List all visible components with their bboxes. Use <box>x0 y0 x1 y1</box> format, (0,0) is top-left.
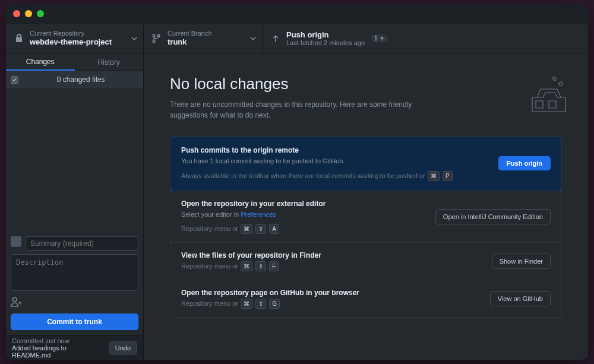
github-hint: Repository menu or ⌘ ⇧ G <box>181 299 481 309</box>
show-in-finder-button[interactable]: Show in Finder <box>492 254 551 269</box>
kbd-cmd: ⌘ <box>428 171 440 181</box>
open-editor-button[interactable]: Open in IntelliJ Community Edition <box>435 209 551 224</box>
arrow-up-icon <box>271 34 280 43</box>
push-count: 1 <box>374 35 378 42</box>
branch-label: Current Branch <box>168 30 212 37</box>
main-panel: No local changes There are no uncommitte… <box>144 53 588 360</box>
body: Changes History 0 changed files Commit t… <box>6 53 588 360</box>
github-title: Open the repository page on GitHub in yo… <box>181 289 481 297</box>
push-sub: Last fetched 2 minutes ago <box>286 39 365 46</box>
commit-form: Commit to trunk <box>6 232 143 335</box>
tab-changes[interactable]: Changes <box>6 53 75 71</box>
editor-hint: Repository menu or ⌘ ⇧ A <box>181 224 426 234</box>
push-sub: You have 1 local commit waiting to be pu… <box>181 156 489 166</box>
tab-history[interactable]: History <box>75 53 144 71</box>
editor-card: Open the repository in your external edi… <box>170 191 561 243</box>
undo-button[interactable]: Undo <box>109 341 137 354</box>
chevron-down-icon <box>131 36 137 42</box>
push-hint: Always available in the toolbar when the… <box>181 171 489 181</box>
push-origin-toolbar[interactable]: Push origin Last fetched 2 minutes ago 1 <box>263 24 588 53</box>
view-on-github-button[interactable]: View on GitHub <box>490 291 551 306</box>
commit-button[interactable]: Commit to trunk <box>11 314 138 330</box>
kbd-shift: ⇧ <box>255 261 266 271</box>
git-branch-icon <box>152 34 162 43</box>
maximize-window-dot[interactable] <box>37 10 44 17</box>
sidebar: Changes History 0 changed files Commit t… <box>6 53 144 360</box>
editor-sub: Select your editor in Preferences <box>181 210 426 220</box>
empty-state-illustration <box>520 68 574 115</box>
push-count-badge: 1 <box>371 34 388 42</box>
kbd-shift: ⇧ <box>255 224 266 234</box>
kbd-g: G <box>269 299 280 309</box>
kbd-shift: ⇧ <box>255 299 266 309</box>
avatar <box>11 236 21 247</box>
kbd-a: A <box>269 224 279 234</box>
kbd-p: P <box>443 171 453 181</box>
commit-description-input[interactable] <box>11 254 138 291</box>
changed-files-count: 0 changed files <box>23 75 138 84</box>
arrow-up-icon <box>380 36 384 41</box>
repo-selector[interactable]: Current Repository webdev-theme-project <box>6 24 144 53</box>
close-window-dot[interactable] <box>13 10 20 17</box>
branch-name: trunk <box>168 37 212 47</box>
push-origin-button[interactable]: Push origin <box>498 156 551 170</box>
select-all-checkbox[interactable] <box>11 76 18 84</box>
push-card: Push commits to the origin remote You ha… <box>170 136 562 191</box>
toolbar: Current Repository webdev-theme-project … <box>6 24 588 53</box>
sidebar-tabs: Changes History <box>6 53 143 71</box>
repo-name: webdev-theme-project <box>30 37 112 47</box>
chevron-down-icon <box>250 36 256 42</box>
minimize-window-dot[interactable] <box>25 10 32 17</box>
titlebar <box>6 4 588 24</box>
finder-card: View the files of your repository in Fin… <box>170 242 561 280</box>
notif-time: Committed just now <box>12 337 104 344</box>
push-label: Push origin <box>286 30 365 40</box>
notif-message: Added headings to README.md <box>12 344 104 359</box>
finder-hint: Repository menu or ⌘ ⇧ F <box>181 261 482 271</box>
repo-label: Current Repository <box>30 30 112 37</box>
branch-selector[interactable]: Current Branch trunk <box>144 24 263 53</box>
kbd-f: F <box>269 261 279 271</box>
preferences-link[interactable]: Preferences <box>241 211 276 218</box>
kbd-cmd: ⌘ <box>241 261 252 271</box>
kbd-cmd: ⌘ <box>241 299 252 309</box>
app-window: Current Repository webdev-theme-project … <box>6 4 588 360</box>
push-title: Push commits to the origin remote <box>181 146 489 154</box>
editor-title: Open the repository in your external edi… <box>181 200 426 208</box>
page-title: No local changes <box>170 75 562 93</box>
suggestion-list: Push commits to the origin remote You ha… <box>170 136 562 318</box>
commit-notification: Committed just now Added headings to REA… <box>6 335 143 360</box>
page-subtext: There are no uncommitted changes in this… <box>170 99 443 121</box>
changed-files-header: 0 changed files <box>6 71 143 88</box>
lock-icon <box>14 34 24 43</box>
add-coauthor-icon[interactable] <box>11 297 21 308</box>
github-card: Open the repository page on GitHub in yo… <box>170 280 561 317</box>
commit-summary-input[interactable] <box>25 236 138 251</box>
kbd-cmd: ⌘ <box>241 224 252 234</box>
finder-title: View the files of your repository in Fin… <box>181 251 482 259</box>
